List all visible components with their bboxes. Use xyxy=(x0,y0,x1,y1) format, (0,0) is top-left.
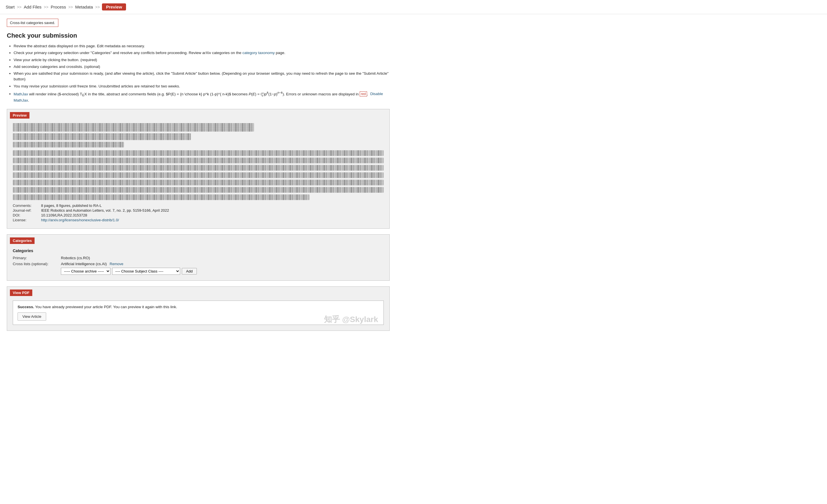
preview-section-header: Preview xyxy=(10,112,30,119)
crosslist-row: Cross lists (optional): Artificial Intel… xyxy=(13,262,384,266)
journal-label: Journal-ref: xyxy=(13,208,41,213)
blurred-line-9 xyxy=(13,187,384,193)
top-navigation: Start >> Add Files >> Process >> Metadat… xyxy=(0,0,827,14)
category-taxonomy-link[interactable]: category taxonomy xyxy=(242,51,275,55)
crosslist-add-row: ----- Choose archive ----- ---- Choose S… xyxy=(61,268,384,275)
crosslist-value: Artificial Intelligence (cs.AI) xyxy=(61,262,107,266)
page-title: Check your submission xyxy=(7,32,390,39)
instructions: Review the abstract data displayed on th… xyxy=(7,43,390,103)
nav-step-start[interactable]: Start xyxy=(6,5,15,9)
instruction-1: Review the abstract data displayed on th… xyxy=(14,43,390,49)
nav-step-addfiles[interactable]: Add Files xyxy=(24,5,42,9)
subject-class-select[interactable]: ---- Choose Subject Class ---- xyxy=(112,268,180,275)
blurred-line-10 xyxy=(13,194,309,200)
success-detail: You have already previewed your article … xyxy=(35,305,177,309)
nav-sep-1: >> xyxy=(17,5,21,9)
blurred-line-5 xyxy=(13,158,384,163)
doi-label: DOI: xyxy=(13,213,41,217)
blurred-line-7 xyxy=(13,172,384,178)
metadata-table: Comments: 8 pages, 8 figures, published … xyxy=(13,204,384,222)
viewpdf-content: Success. You have already previewed your… xyxy=(7,296,389,331)
success-label: Success. xyxy=(17,305,34,309)
blurred-line-3 xyxy=(13,142,124,148)
blurred-line-8 xyxy=(13,180,384,185)
nav-sep-2: >> xyxy=(44,5,48,9)
nav-sep-4: >> xyxy=(95,5,100,9)
categories-content: Categories Primary: Robotics (cs.RO) Cro… xyxy=(7,244,389,280)
categories-section-header: Categories xyxy=(10,237,35,244)
crosslists-label: Cross lists (optional): xyxy=(13,262,61,266)
success-message: Success. You have already previewed your… xyxy=(17,305,379,309)
doi-value: 10.1109/LRA.2022.3153728 xyxy=(41,213,87,217)
categories-section: Categories Categories Primary: Robotics … xyxy=(7,234,390,281)
primary-category-row: Primary: Robotics (cs.RO) xyxy=(13,256,384,260)
nav-step-process[interactable]: Process xyxy=(51,5,66,9)
add-crosslist-button[interactable]: Add xyxy=(182,268,197,275)
doi-row: DOI: 10.1109/LRA.2022.3153728 xyxy=(13,213,384,217)
viewpdf-section: View PDF Success. You have already previ… xyxy=(7,286,390,331)
remove-crosslist-link[interactable]: Remove xyxy=(110,262,123,266)
journal-value: IEEE Robotics and Automation Letters, vo… xyxy=(41,208,169,213)
instruction-mathjax: MathJax will render inline ($-enclosed) … xyxy=(14,90,390,103)
blurred-line-2 xyxy=(13,133,191,140)
disable-mathjax-link[interactable]: Disable MathJax xyxy=(14,92,383,102)
notice-box: Cross-list categories saved. xyxy=(7,19,58,27)
instruction-2: Check your primary category selection un… xyxy=(14,50,390,56)
instruction-4: Add secondary categories and crosslists.… xyxy=(14,64,390,70)
license-link[interactable]: http://arxiv.org/licenses/nonexclusive-d… xyxy=(41,218,119,222)
preview-section: Preview Comments: 8 pages, 8 figures, pu… xyxy=(7,109,390,229)
viewpdf-section-header: View PDF xyxy=(10,289,32,296)
nav-sep-3: >> xyxy=(68,5,73,9)
journal-row: Journal-ref: IEEE Robotics and Automatio… xyxy=(13,208,384,213)
success-box: Success. You have already previewed your… xyxy=(13,300,384,325)
comments-row: Comments: 8 pages, 8 figures, published … xyxy=(13,204,384,208)
preview-content: Comments: 8 pages, 8 figures, published … xyxy=(7,119,389,228)
nav-step-metadata[interactable]: Metadata xyxy=(75,5,93,9)
blurred-line-6 xyxy=(13,165,384,171)
mathjax-link[interactable]: MathJax xyxy=(14,92,28,96)
instruction-5: When you are satisfied that your submiss… xyxy=(14,71,390,82)
comments-value: 8 pages, 8 figures, published to RA-L xyxy=(41,204,102,208)
instruction-3: View your article by clicking the button… xyxy=(14,57,390,63)
blurred-line-1 xyxy=(13,123,254,131)
nav-step-preview[interactable]: Preview xyxy=(102,3,126,10)
license-label: License: xyxy=(13,218,41,222)
error-indicator: red xyxy=(360,92,367,97)
license-row: License: http://arxiv.org/licenses/nonex… xyxy=(13,218,384,222)
blurred-line-4 xyxy=(13,150,384,156)
view-article-button[interactable]: View Article xyxy=(17,313,46,321)
categories-title: Categories xyxy=(13,248,384,253)
archive-select[interactable]: ----- Choose archive ----- xyxy=(61,268,110,275)
instruction-6: You may revise your submission until fre… xyxy=(14,83,390,89)
primary-label: Primary: xyxy=(13,256,61,260)
comments-label: Comments: xyxy=(13,204,41,208)
primary-value: Robotics (cs.RO) xyxy=(61,256,90,260)
